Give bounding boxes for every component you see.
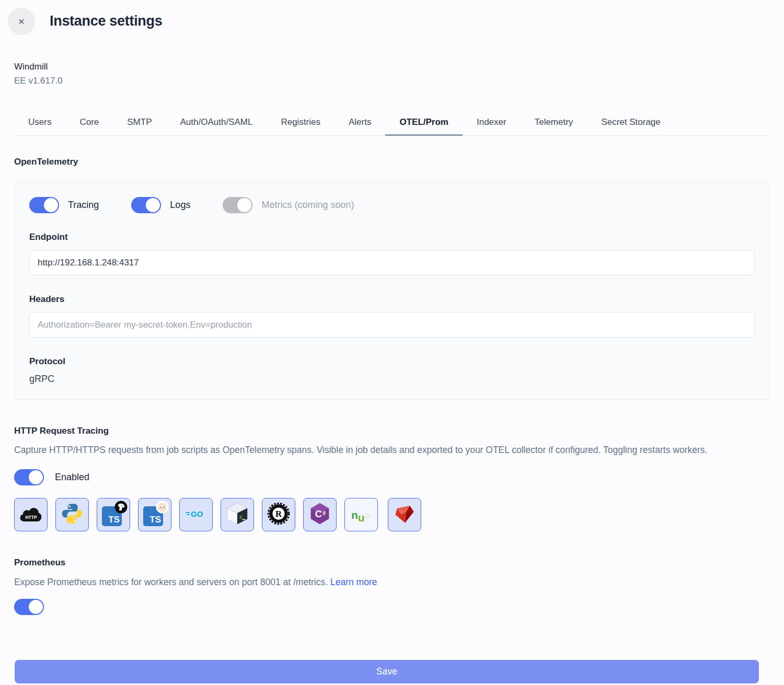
tracing-toggle-item: Tracing bbox=[29, 197, 99, 213]
lang-typescript-deno-button[interactable]: TS bbox=[97, 498, 130, 531]
endpoint-label: Endpoint bbox=[29, 232, 755, 242]
tab-smtp[interactable]: SMTP bbox=[113, 110, 166, 135]
lang-csharp-button[interactable]: C # bbox=[303, 498, 337, 531]
app-name: Windmill bbox=[14, 62, 770, 72]
svg-text:#: # bbox=[322, 510, 326, 516]
protocol-value: gRPC bbox=[29, 374, 755, 385]
metrics-toggle-item: Metrics (coming soon) bbox=[223, 197, 354, 213]
prometheus-description: Expose Prometheus metrics for workers an… bbox=[14, 577, 770, 588]
http-tracing-toggle-label: Enabled bbox=[55, 472, 89, 483]
app-version: EE v1.617.0 bbox=[14, 76, 770, 86]
prometheus-toggle[interactable] bbox=[14, 599, 44, 615]
page-title: Instance settings bbox=[50, 13, 162, 29]
otel-toggle-row: Tracing Logs Metrics (coming soon) bbox=[29, 197, 755, 213]
close-icon: × bbox=[18, 15, 25, 28]
language-selector-row: HTTP TS bbox=[14, 498, 770, 531]
protocol-label: Protocol bbox=[29, 356, 755, 367]
logs-toggle-label: Logs bbox=[170, 200, 190, 211]
logs-toggle-item: Logs bbox=[131, 197, 190, 213]
http-tracing-toggle[interactable] bbox=[14, 469, 44, 485]
endpoint-input[interactable] bbox=[29, 250, 755, 275]
lang-nushell-button[interactable]: nu> bbox=[344, 498, 378, 531]
tab-core[interactable]: Core bbox=[65, 110, 113, 135]
tab-auth-oauth-saml[interactable]: Auth/OAuth/SAML bbox=[166, 110, 267, 135]
tab-telemetry[interactable]: Telemetry bbox=[521, 110, 587, 135]
nushell-icon: nu> bbox=[351, 509, 371, 520]
headers-input[interactable] bbox=[29, 312, 755, 338]
svg-text:HTTP: HTTP bbox=[25, 515, 37, 520]
lang-python-button[interactable] bbox=[55, 498, 89, 531]
tracing-toggle[interactable] bbox=[29, 197, 59, 213]
deno-badge-icon bbox=[114, 501, 128, 514]
typescript-bun-icon: TS bbox=[142, 502, 167, 527]
csharp-icon: C # bbox=[308, 502, 331, 527]
prometheus-description-text: Expose Prometheus metrics for workers an… bbox=[14, 577, 328, 587]
tracing-toggle-label: Tracing bbox=[68, 200, 99, 211]
opentelemetry-heading: OpenTelemetry bbox=[14, 157, 770, 167]
learn-more-link[interactable]: Learn more bbox=[330, 577, 377, 587]
svg-text:C: C bbox=[315, 508, 322, 519]
tab-registries[interactable]: Registries bbox=[267, 110, 335, 135]
http-request-tracing-heading: HTTP Request Tracing bbox=[14, 426, 770, 436]
svg-text:$: $ bbox=[239, 515, 243, 520]
http-tracing-enable-row: Enabled bbox=[14, 469, 770, 485]
svg-text:GO: GO bbox=[191, 509, 203, 518]
save-button-label: Save bbox=[376, 666, 397, 677]
prometheus-heading: Prometheus bbox=[14, 558, 770, 568]
logs-toggle[interactable] bbox=[131, 197, 161, 213]
bun-badge-icon bbox=[156, 501, 169, 514]
lang-go-button[interactable]: GO bbox=[179, 498, 213, 531]
python-icon bbox=[61, 502, 84, 527]
modal-header: × Instance settings bbox=[0, 0, 784, 43]
close-button[interactable]: × bbox=[8, 8, 35, 35]
bash-icon: $ bbox=[225, 502, 249, 528]
rust-icon: R bbox=[267, 502, 291, 528]
go-icon: GO bbox=[185, 508, 207, 521]
lang-http-button[interactable]: HTTP bbox=[14, 498, 48, 531]
lang-rust-button[interactable]: R bbox=[262, 498, 295, 531]
tab-secret-storage[interactable]: Secret Storage bbox=[587, 110, 674, 135]
lang-bash-button[interactable]: $ bbox=[221, 498, 254, 531]
save-button[interactable]: Save bbox=[15, 660, 759, 683]
tab-indexer[interactable]: Indexer bbox=[463, 110, 521, 135]
lang-typescript-bun-button[interactable]: TS bbox=[138, 498, 171, 531]
tab-users[interactable]: Users bbox=[14, 110, 65, 135]
settings-tab-bar: Users Core SMTP Auth/OAuth/SAML Registri… bbox=[14, 110, 770, 136]
headers-label: Headers bbox=[29, 294, 755, 305]
modal-body: Windmill EE v1.617.0 Users Core SMTP Aut… bbox=[0, 62, 784, 683]
metrics-toggle bbox=[223, 197, 252, 213]
svg-text:R: R bbox=[275, 509, 282, 519]
tab-otel-prom[interactable]: OTEL/Prom bbox=[385, 110, 463, 136]
opentelemetry-card: Tracing Logs Metrics (coming soon) Endpo… bbox=[14, 182, 770, 400]
metrics-toggle-label: Metrics (coming soon) bbox=[261, 200, 354, 211]
ruby-icon bbox=[393, 502, 416, 527]
http-icon: HTTP bbox=[17, 504, 44, 525]
lang-ruby-button[interactable] bbox=[388, 498, 421, 531]
tab-alerts[interactable]: Alerts bbox=[335, 110, 385, 135]
typescript-deno-icon: TS bbox=[101, 502, 126, 527]
http-request-tracing-description: Capture HTTP/HTTPS requests from job scr… bbox=[14, 443, 756, 457]
